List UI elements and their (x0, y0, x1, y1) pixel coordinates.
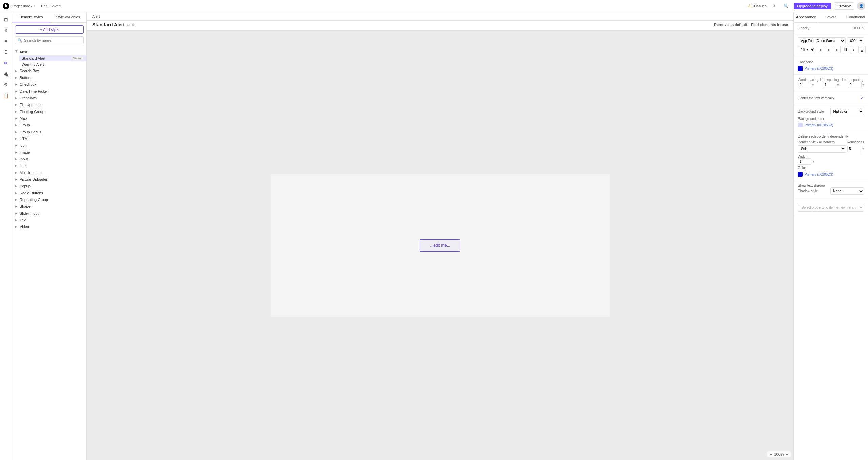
sidebar-item-components[interactable]: ⊞ (1, 15, 11, 24)
copy-icon[interactable]: ⧉ (127, 23, 130, 27)
letter-spacing-label: Letter spacing (842, 78, 864, 82)
border-section: Define each border independently Border … (794, 131, 868, 180)
tree-item-floating-group[interactable]: ▶Floating Group (12, 108, 86, 115)
center-text-row: Center the text vertically ✓ (798, 95, 864, 101)
tree-item-icon[interactable]: ▶Icon (12, 142, 86, 149)
font-select[interactable]: App Font (Open Sans) (798, 37, 846, 44)
roundness-input[interactable] (847, 146, 861, 152)
align-buttons: ≡ ≡ ≡ (817, 46, 841, 53)
font-row: App Font (Open Sans) 600 (798, 37, 864, 44)
tab-element-styles[interactable]: Element styles (12, 12, 50, 22)
border-color-row: Color (798, 166, 864, 170)
zoom-out-icon[interactable]: − (770, 452, 772, 456)
line-spacing-input[interactable] (823, 82, 836, 88)
align-left-button[interactable]: ≡ (817, 46, 824, 53)
add-style-button[interactable]: + Add style (15, 25, 84, 34)
letter-spacing-arrow[interactable]: ▾ (862, 83, 864, 87)
transition-section: Select property to define new transition (794, 200, 868, 215)
font-weight-select[interactable]: 600 (847, 37, 864, 44)
tree-item-alert[interactable]: ▶ Alert (12, 48, 86, 55)
center-text-section: Center the text vertically ✓ (794, 92, 868, 104)
transition-select[interactable]: Select property to define new transition (798, 204, 864, 212)
italic-button[interactable]: I (850, 46, 857, 53)
arrow-icon: ▶ (15, 144, 18, 147)
sidebar-item-settings[interactable]: ⚙ (1, 80, 11, 89)
width-input[interactable] (798, 158, 811, 165)
arrow-icon: ▶ (15, 205, 18, 208)
tree-item-file-uploader[interactable]: ▶File Uploader (12, 101, 86, 108)
border-style-select[interactable]: Solid (798, 145, 846, 153)
tree-item-video[interactable]: ▶Video (12, 223, 86, 230)
undo-button[interactable]: ↺ (769, 1, 779, 11)
search-button[interactable]: 🔍 (782, 1, 791, 11)
remove-default-action[interactable]: Remove as default (714, 23, 747, 27)
tree-item-shape[interactable]: ▶Shape (12, 203, 86, 210)
tree-item-html[interactable]: ▶HTML (12, 135, 86, 142)
sidebar-item-data[interactable]: 📋 (1, 91, 11, 100)
tree-item-popup[interactable]: ▶Popup (12, 183, 86, 189)
tree-item-search-box[interactable]: ▶Search Box (12, 67, 86, 74)
font-color-swatch[interactable] (798, 66, 803, 71)
tab-appearance[interactable]: Appearance (794, 12, 818, 22)
tree-item-dropdown[interactable]: ▶Dropdown (12, 95, 86, 101)
bg-style-select[interactable]: Flat color (830, 108, 864, 115)
zoom-in-icon[interactable]: + (786, 452, 788, 456)
tree-item-link[interactable]: ▶Link (12, 162, 86, 169)
arrow-icon: ▶ (15, 117, 18, 120)
tab-conditional[interactable]: Conditional (843, 12, 868, 22)
font-section: App Font (Open Sans) 600 16px ≡ ≡ ≡ B I (794, 34, 868, 57)
word-spacing-arrow[interactable]: ▾ (812, 83, 814, 87)
underline-button[interactable]: U (858, 46, 866, 53)
line-spacing-arrow[interactable]: ▾ (837, 83, 839, 87)
bold-button[interactable]: B (842, 46, 849, 53)
tree-item-checkbox[interactable]: ▶Checkbox (12, 81, 86, 88)
search-input[interactable] (15, 36, 84, 44)
align-right-button[interactable]: ≡ (833, 46, 841, 53)
preview-button[interactable]: Preview (834, 2, 854, 10)
letter-spacing-input[interactable] (848, 82, 862, 88)
tree-item-repeating-group[interactable]: ▶Repeating Group (12, 196, 86, 203)
opacity-section: Opacity 100 % (794, 23, 868, 34)
sidebar-item-plugins[interactable]: 🔌 (1, 69, 11, 79)
tree-item-radio[interactable]: ▶Radio Buttons (12, 189, 86, 196)
shadow-style-select[interactable]: None (830, 187, 864, 195)
sidebar-item-close[interactable]: ✕ (1, 26, 11, 35)
shadow-toggle-row: Show text shadow (798, 184, 864, 187)
font-size-select[interactable]: 16px (798, 46, 815, 53)
tree-item-warning-alert[interactable]: Warning Alert (19, 61, 86, 67)
sidebar-item-layers[interactable]: ≡ (1, 37, 11, 46)
align-center-button[interactable]: ≡ (825, 46, 832, 53)
sidebar-item-grid[interactable]: ⠿ (1, 47, 11, 57)
tree-item-standard-alert[interactable]: Standard Alert Default (19, 55, 86, 61)
word-spacing-input[interactable] (798, 82, 811, 88)
issues-indicator[interactable]: ⚠ 0 issues (748, 3, 767, 8)
find-elements-action[interactable]: Find elements in use (751, 23, 788, 27)
tree-item-text[interactable]: ▶Text (12, 217, 86, 223)
settings-icon[interactable]: ⚙ (132, 23, 135, 27)
tree-item-input[interactable]: ▶Input (12, 156, 86, 162)
tree-item-image[interactable]: ▶Image (12, 149, 86, 156)
user-avatar[interactable]: 👤 (857, 2, 865, 10)
tree-item-multiline[interactable]: ▶Multiline Input (12, 169, 86, 176)
tab-layout[interactable]: Layout (818, 12, 843, 22)
tree-item-map[interactable]: ▶Map (12, 115, 86, 122)
tree-item-group-focus[interactable]: ▶Group Focus (12, 128, 86, 135)
tree-item-datetime[interactable]: ▶Date/Time Picker (12, 88, 86, 95)
border-style-label: Border style - all borders (798, 140, 845, 144)
upgrade-button[interactable]: Upgrade to deploy (794, 3, 831, 9)
width-control-row: ▾ (798, 158, 864, 165)
alert-edit-element[interactable]: ...edit me... (420, 239, 460, 252)
tree-item-slider[interactable]: ▶Slider Input (12, 210, 86, 217)
tab-style-variables[interactable]: Style variables (50, 12, 87, 22)
bg-color-swatch[interactable] (798, 123, 803, 127)
border-color-value-row: Primary (#0205D3) (798, 172, 864, 177)
width-arrow[interactable]: ▾ (813, 160, 814, 163)
tree-item-picture-uploader[interactable]: ▶Picture Uploader (12, 176, 86, 183)
sidebar-item-styles[interactable]: ✏ (1, 58, 11, 68)
roundness-arrow[interactable]: ▾ (862, 147, 864, 151)
center-text-check[interactable]: ✓ (860, 95, 864, 101)
main-layout: ⊞ ✕ ≡ ⠿ ✏ 🔌 ⚙ 📋 Element styles Style var… (0, 12, 868, 460)
tree-item-group[interactable]: ▶Group (12, 122, 86, 128)
tree-item-button[interactable]: ▶Button (12, 74, 86, 81)
border-color-swatch[interactable] (798, 172, 803, 177)
